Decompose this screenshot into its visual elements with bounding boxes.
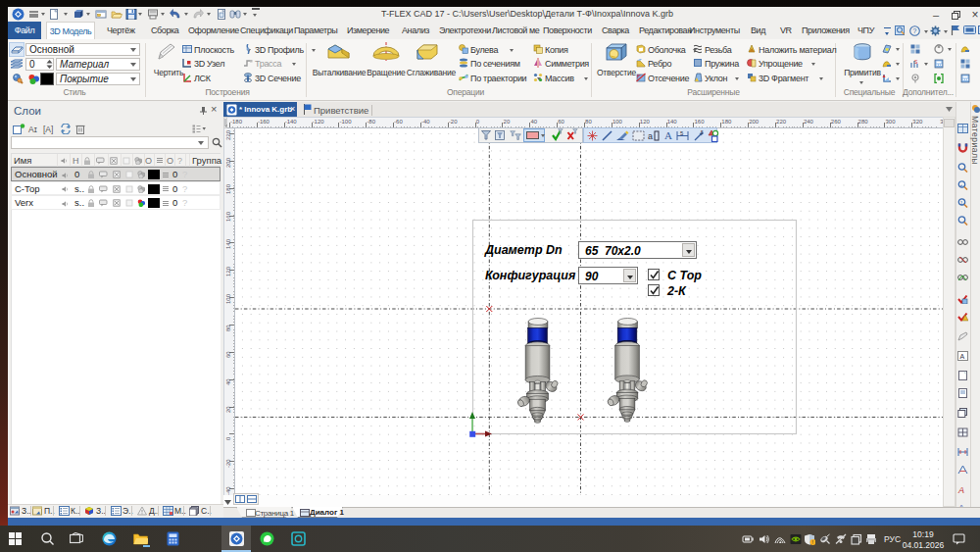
svg-text:5: 5	[701, 129, 704, 135]
svg-text:?: ?	[912, 26, 916, 35]
svg-text:!: !	[812, 539, 813, 545]
svg-text:A: A	[960, 353, 965, 360]
svg-text:+: +	[960, 182, 963, 188]
svg-text:a: a	[648, 131, 653, 141]
svg-text:A: A	[957, 485, 964, 494]
svg-text:1: 1	[960, 200, 963, 206]
